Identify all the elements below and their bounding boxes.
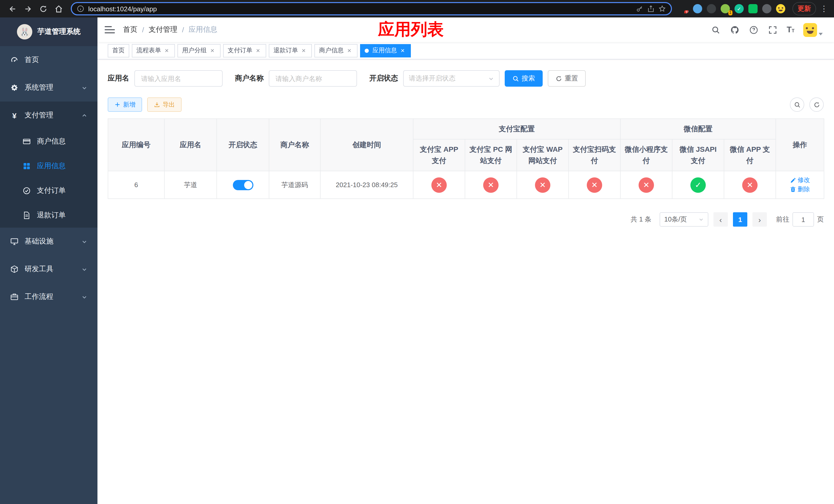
tab-close-icon[interactable] bbox=[255, 47, 262, 54]
breadcrumb: 首页 / 支付管理 / 应用信息 bbox=[123, 25, 218, 35]
chevron-down-icon bbox=[488, 76, 494, 81]
address-bar[interactable]: localhost:1024/pay/app bbox=[71, 2, 672, 15]
help-icon[interactable] bbox=[749, 25, 759, 35]
extension-drop-icon[interactable] bbox=[693, 4, 702, 13]
tab-close-icon[interactable] bbox=[163, 47, 170, 54]
app-name-cell: 芋道 bbox=[164, 171, 217, 199]
user-avatar[interactable] bbox=[803, 23, 823, 37]
toolbox-icon bbox=[10, 265, 19, 273]
page-1-button[interactable]: 1 bbox=[733, 212, 747, 227]
app-name-input[interactable] bbox=[134, 70, 223, 87]
add-button[interactable]: 新增 bbox=[108, 97, 142, 112]
extension-avatar-icon[interactable]: 1 bbox=[721, 4, 730, 13]
extension-badge: 10 bbox=[684, 10, 688, 13]
extensions-area: 10 1 ✓ bbox=[679, 4, 785, 13]
config-status-icon[interactable] bbox=[639, 177, 654, 192]
alipay-app-cell bbox=[413, 171, 465, 199]
breadcrumb-home[interactable]: 首页 bbox=[123, 25, 137, 35]
font-size-icon[interactable]: TT bbox=[787, 26, 794, 34]
export-button[interactable]: 导出 bbox=[147, 97, 181, 112]
password-key-icon[interactable] bbox=[636, 5, 643, 12]
sidebar-item-label: 基础设施 bbox=[25, 237, 53, 246]
bookmark-star-icon[interactable] bbox=[659, 5, 666, 12]
reset-button[interactable]: 重置 bbox=[548, 70, 586, 87]
extension-pinwheel-icon[interactable] bbox=[762, 4, 771, 13]
extension-wechat-icon[interactable] bbox=[748, 4, 758, 13]
tab-close-icon[interactable] bbox=[346, 47, 353, 54]
sidebar-item-app-info[interactable]: 应用信息 bbox=[0, 154, 97, 178]
extension-dark-icon[interactable] bbox=[707, 4, 716, 13]
back-icon[interactable] bbox=[5, 2, 20, 15]
tab-user-group[interactable]: 用户分组 bbox=[177, 44, 221, 57]
sidebar: 🐰 芋道管理系统 首页 系统管理 bbox=[0, 18, 97, 504]
pagination: 共 1 条 10条/页 1 前往 页 bbox=[108, 212, 824, 227]
browser-update-button[interactable]: 更新 bbox=[792, 2, 816, 15]
tab-close-icon[interactable] bbox=[399, 47, 406, 54]
tab-merchant-info[interactable]: 商户信息 bbox=[314, 44, 357, 57]
edit-button[interactable]: 修改 bbox=[790, 176, 810, 185]
github-icon[interactable] bbox=[730, 25, 740, 35]
yen-icon: ¥ bbox=[10, 111, 19, 119]
extension-check-icon[interactable]: ✓ bbox=[734, 4, 744, 13]
chevron-down-icon bbox=[82, 266, 87, 272]
chevron-down-icon bbox=[82, 85, 87, 91]
url-text[interactable]: localhost:1024/pay/app bbox=[88, 5, 632, 13]
col-alipay-qr: 支付宝扫码支付 bbox=[569, 139, 620, 171]
config-status-icon[interactable] bbox=[690, 177, 706, 192]
tab-pay-order[interactable]: 支付订单 bbox=[223, 44, 266, 57]
filter-form: 应用名 商户名称 开启状态 请选择开启状态 搜索 bbox=[108, 70, 824, 87]
browser-chrome: localhost:1024/pay/app 10 1 ✓ 更新 ⋮ bbox=[0, 0, 834, 18]
extension-mosaic-icon[interactable]: 10 bbox=[679, 4, 688, 13]
tab-close-icon[interactable] bbox=[300, 47, 307, 54]
sidebar-item-system[interactable]: 系统管理 bbox=[0, 74, 97, 101]
sidebar-item-dev-tools[interactable]: 研发工具 bbox=[0, 255, 97, 283]
prev-page-button[interactable] bbox=[714, 212, 728, 227]
tab-close-icon[interactable] bbox=[209, 47, 216, 54]
breadcrumb-current: 应用信息 bbox=[189, 25, 218, 35]
search-icon[interactable] bbox=[711, 25, 721, 35]
config-status-icon[interactable] bbox=[431, 177, 447, 192]
share-icon[interactable] bbox=[647, 5, 655, 12]
show-search-button[interactable] bbox=[790, 97, 804, 112]
reload-icon[interactable] bbox=[36, 2, 50, 15]
site-info-icon[interactable] bbox=[77, 5, 84, 12]
sidebar-item-home[interactable]: 首页 bbox=[0, 46, 97, 74]
home-icon[interactable] bbox=[51, 2, 66, 15]
sidebar-item-infra[interactable]: 基础设施 bbox=[0, 228, 97, 255]
merchant-name-input[interactable] bbox=[269, 70, 357, 87]
next-page-button[interactable] bbox=[752, 212, 767, 227]
chevron-down-icon bbox=[82, 239, 87, 244]
tab-process-form[interactable]: 流程表单 bbox=[132, 44, 175, 57]
extension-emoji-icon[interactable] bbox=[776, 4, 785, 13]
status-select[interactable]: 请选择开启状态 bbox=[403, 70, 500, 87]
tab-app-info[interactable]: 应用信息 bbox=[360, 44, 411, 57]
browser-menu-icon[interactable]: ⋮ bbox=[819, 4, 829, 13]
sidebar-item-pay-order[interactable]: 支付订单 bbox=[0, 178, 97, 203]
sidebar-logo[interactable]: 🐰 芋道管理系统 bbox=[0, 18, 97, 46]
tab-refund-order[interactable]: 退款订单 bbox=[269, 44, 312, 57]
logo-avatar: 🐰 bbox=[17, 24, 32, 40]
config-status-icon[interactable] bbox=[535, 177, 550, 192]
config-status-icon[interactable] bbox=[483, 177, 499, 192]
refresh-table-button[interactable] bbox=[809, 97, 824, 112]
breadcrumb-pay[interactable]: 支付管理 bbox=[149, 25, 177, 35]
config-status-icon[interactable] bbox=[587, 177, 602, 192]
forward-icon[interactable] bbox=[21, 2, 35, 15]
config-status-icon[interactable] bbox=[742, 177, 758, 192]
fullscreen-icon[interactable] bbox=[768, 25, 778, 35]
status-cell bbox=[217, 171, 269, 199]
status-toggle[interactable] bbox=[233, 180, 253, 190]
sidebar-toggle-icon[interactable] bbox=[105, 25, 115, 35]
goto-page-input[interactable] bbox=[792, 212, 814, 227]
tab-label: 应用信息 bbox=[372, 46, 397, 55]
sidebar-item-workflow[interactable]: 工作流程 bbox=[0, 283, 97, 311]
sidebar-item-pay[interactable]: ¥ 支付管理 bbox=[0, 101, 97, 129]
sidebar-item-refund-order[interactable]: 退款订单 bbox=[0, 203, 97, 228]
delete-button[interactable]: 删除 bbox=[790, 185, 810, 193]
tab-home[interactable]: 首页 bbox=[108, 44, 129, 57]
reset-button-label: 重置 bbox=[565, 74, 578, 83]
delete-button-label: 删除 bbox=[797, 185, 810, 193]
page-size-select[interactable]: 10条/页 bbox=[660, 212, 708, 227]
search-button[interactable]: 搜索 bbox=[505, 70, 543, 87]
sidebar-item-merchant-info[interactable]: 商户信息 bbox=[0, 129, 97, 154]
